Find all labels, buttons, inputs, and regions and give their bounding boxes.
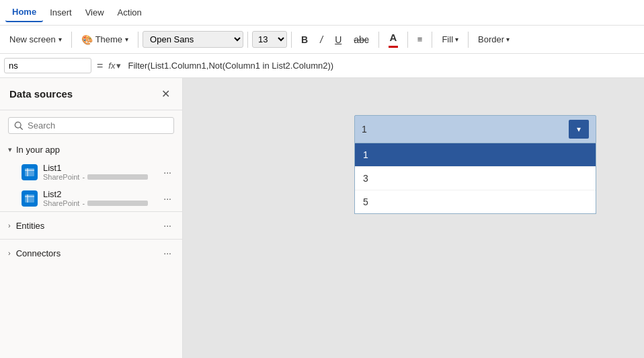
list1-url-bar (87, 174, 148, 180)
menu-item-action[interactable]: Action (111, 3, 149, 22)
theme-label: Theme (95, 34, 122, 44)
separator-2 (138, 32, 138, 48)
menu-item-home[interactable]: Home (5, 3, 43, 22)
connectors-more-button[interactable]: ··· (161, 245, 174, 261)
datasource-list2[interactable]: List2 SharePoint - ··· (0, 185, 182, 211)
fx-label: fx (108, 61, 115, 71)
separator-5 (378, 32, 379, 48)
menu-item-insert[interactable]: Insert (43, 3, 79, 22)
in-your-app-label: In your app (16, 145, 60, 155)
canvas-area[interactable]: 1 ▾ 1 3 5 (183, 78, 644, 358)
datasource-list1[interactable]: List1 SharePoint - ··· (0, 159, 182, 185)
list2-icon (22, 190, 38, 207)
chevron-down-icon: ▾ (58, 36, 62, 43)
connectors-section[interactable]: › Connectors ··· (0, 239, 182, 266)
border-button[interactable]: Border ▾ (473, 32, 515, 47)
separator-8 (468, 32, 469, 48)
toolbar: New screen ▾ 🎨 Theme ▾ Open Sans 13 B / … (0, 26, 644, 54)
entities-more-button[interactable]: ··· (161, 217, 174, 234)
connectors-chevron-icon: › (8, 249, 11, 257)
dropdown-header[interactable]: 1 ▾ (354, 115, 596, 143)
strikethrough-button[interactable]: abc (348, 32, 374, 48)
list1-separator: - (82, 173, 85, 181)
dropdown-widget: 1 ▾ 1 3 5 (354, 115, 596, 214)
section-chevron-icon: ▾ (8, 145, 12, 154)
border-chevron-icon: ▾ (506, 36, 510, 43)
strikethrough-label: abc (354, 34, 369, 45)
list2-subtext: SharePoint - (43, 199, 155, 207)
svg-line-1 (20, 127, 22, 129)
search-input[interactable] (28, 120, 168, 131)
connectors-left: › Connectors (8, 248, 61, 258)
list1-info: List1 SharePoint - (43, 163, 155, 181)
fill-button[interactable]: Fill ▾ (436, 32, 464, 47)
italic-label: / (320, 34, 323, 45)
font-color-underline (389, 46, 398, 48)
list2-url-bar (87, 201, 148, 206)
list1-icon (22, 164, 38, 180)
list2-type: SharePoint (43, 199, 79, 207)
equals-sign: = (94, 60, 106, 72)
list1-subtext: SharePoint - (43, 173, 155, 181)
sidebar: Data sources ✕ ▾ In your app (0, 78, 183, 358)
sidebar-header: Data sources ✕ (0, 78, 182, 110)
font-size-select[interactable]: 13 (252, 31, 287, 48)
bold-button[interactable]: B (296, 32, 313, 48)
fill-chevron-icon: ▾ (455, 36, 458, 43)
theme-icon: 🎨 (81, 34, 93, 45)
separator-6 (407, 32, 408, 48)
entities-section[interactable]: › Entities ··· (0, 211, 182, 239)
dropdown-option-5[interactable]: 5 (355, 190, 596, 213)
svg-rect-2 (25, 168, 34, 176)
search-box (8, 117, 174, 134)
dropdown-toggle-button[interactable]: ▾ (569, 120, 589, 139)
dropdown-option-3[interactable]: 3 (355, 167, 596, 190)
chevron-down-icon-fx: ▾ (116, 61, 121, 71)
align-icon: ≡ (417, 34, 423, 44)
formula-input[interactable] (124, 59, 640, 73)
bold-label: B (301, 34, 308, 45)
in-your-app-section[interactable]: ▾ In your app (0, 141, 182, 159)
fx-button[interactable]: fx ▾ (108, 61, 121, 71)
sidebar-title: Data sources (9, 88, 73, 100)
list2-name: List2 (43, 189, 155, 199)
list1-more-button[interactable]: ··· (161, 164, 174, 180)
new-screen-button[interactable]: New screen ▾ (4, 32, 67, 47)
dropdown-list: 1 3 5 (354, 143, 596, 214)
theme-button[interactable]: 🎨 Theme ▾ (76, 32, 134, 48)
entities-chevron-icon: › (8, 221, 11, 229)
menu-bar: Home Insert View Action (0, 0, 644, 26)
connectors-label: Connectors (16, 248, 61, 258)
entities-left: › Entities (8, 221, 44, 231)
dropdown-selected-value: 1 (362, 124, 367, 135)
separator-7 (432, 32, 432, 48)
list2-separator: - (82, 199, 85, 207)
chevron-down-icon-2: ▾ (125, 36, 128, 43)
main-area: Data sources ✕ ▾ In your app (0, 78, 644, 358)
separator-3 (247, 32, 248, 48)
separator-4 (291, 32, 292, 48)
formula-bar: = fx ▾ (0, 54, 644, 78)
list1-name: List1 (43, 163, 155, 173)
underline-button[interactable]: U (329, 32, 347, 48)
search-icon (14, 121, 24, 131)
list2-info: List2 SharePoint - (43, 189, 155, 207)
separator-1 (71, 32, 72, 48)
new-screen-label: New screen (9, 34, 56, 44)
align-button[interactable]: ≡ (412, 32, 428, 47)
dropdown-option-1[interactable]: 1 (355, 143, 596, 167)
font-select[interactable]: Open Sans (143, 31, 243, 48)
svg-rect-5 (25, 194, 34, 203)
entities-label: Entities (16, 221, 45, 231)
close-button[interactable]: ✕ (159, 86, 173, 102)
font-color-button[interactable]: A (383, 29, 403, 50)
italic-button[interactable]: / (315, 32, 328, 48)
list2-more-button[interactable]: ··· (161, 190, 174, 207)
dropdown-arrow-icon: ▾ (577, 124, 581, 134)
list1-type: SharePoint (43, 173, 79, 181)
fill-label: Fill (442, 34, 453, 44)
font-color-label: A (389, 32, 397, 43)
menu-item-view[interactable]: View (79, 3, 111, 22)
border-label: Border (478, 34, 504, 44)
name-box[interactable] (4, 58, 91, 73)
